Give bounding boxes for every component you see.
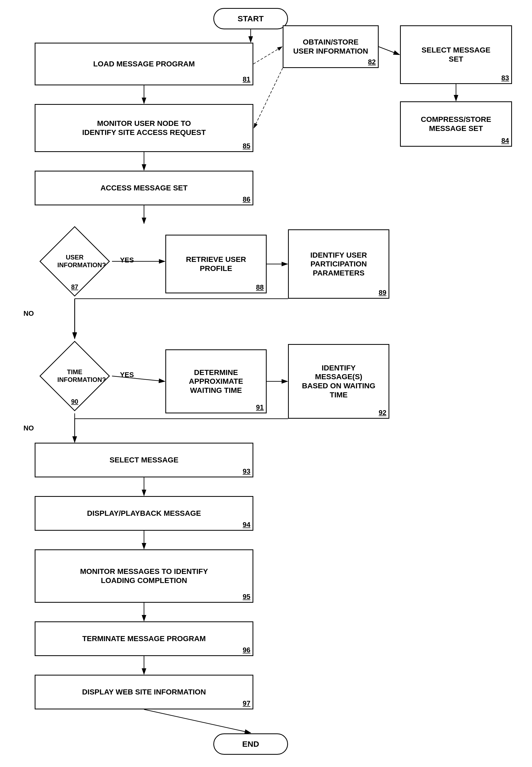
svg-line-7	[254, 68, 283, 128]
svg-line-26	[144, 709, 251, 733]
svg-line-5	[379, 47, 399, 55]
node-96: TERMINATE MESSAGE PROGRAM 96	[35, 621, 253, 656]
node-83-num: 83	[501, 74, 509, 82]
node-97: DISPLAY WEB SITE INFORMATION 97	[35, 675, 253, 709]
start-label: START	[238, 14, 264, 23]
node-96-num: 96	[243, 646, 250, 654]
node-82-label: OBTAIN/STOREUSER INFORMATION	[293, 38, 368, 55]
node-88: RETRIEVE USERPROFILE 88	[165, 235, 267, 293]
node-91-label: DETERMINEAPPROXIMATEWAITING TIME	[189, 368, 243, 395]
node-81: LOAD MESSAGE PROGRAM 81	[35, 43, 253, 85]
node-88-num: 88	[256, 283, 264, 291]
node-92-num: 92	[379, 409, 386, 417]
node-97-label: DISPLAY WEB SITE INFORMATION	[82, 688, 206, 697]
node-84-num: 84	[501, 137, 509, 145]
diamond-90-num: 90	[71, 398, 78, 405]
node-81-label: LOAD MESSAGE PROGRAM	[93, 59, 195, 69]
node-91-num: 91	[256, 403, 264, 412]
node-86: ACCESS MESSAGE SET 86	[35, 171, 253, 205]
node-96-label: TERMINATE MESSAGE PROGRAM	[82, 634, 206, 643]
node-89-num: 89	[379, 289, 386, 297]
node-84: COMPRESS/STOREMESSAGE SET 84	[400, 101, 512, 147]
node-94-num: 94	[243, 521, 250, 529]
svg-line-4	[253, 47, 282, 64]
diamond-90: TIMEINFORMATION? 90	[37, 339, 112, 413]
node-86-label: ACCESS MESSAGE SET	[101, 183, 188, 193]
diamond-87: USERINFORMATION? 87	[37, 224, 112, 299]
node-97-num: 97	[243, 699, 250, 708]
node-83-label: SELECT MESSAGESET	[422, 46, 490, 63]
no-87-label: NO	[23, 309, 34, 318]
node-89: IDENTIFY USERPARTICIPATIONPARAMETERS 89	[288, 229, 389, 299]
node-94: DISPLAY/PLAYBACK MESSAGE 94	[35, 496, 253, 531]
end-label: END	[242, 740, 259, 749]
yes-90-label: YES	[120, 371, 134, 379]
end-terminal: END	[213, 733, 288, 755]
node-88-label: RETRIEVE USERPROFILE	[186, 255, 246, 273]
node-93-label: SELECT MESSAGE	[110, 456, 178, 465]
node-85-num: 85	[243, 142, 250, 150]
node-89-label: IDENTIFY USERPARTICIPATIONPARAMETERS	[310, 251, 367, 278]
node-82-num: 82	[368, 58, 376, 66]
node-93-num: 93	[243, 467, 250, 476]
diamond-87-num: 87	[71, 283, 78, 291]
node-91: DETERMINEAPPROXIMATEWAITING TIME 91	[165, 349, 267, 413]
start-terminal: START	[213, 8, 288, 29]
diamond-90-label: TIMEINFORMATION?	[57, 368, 92, 384]
node-85: MONITOR USER NODE TOIDENTIFY SITE ACCESS…	[35, 104, 253, 152]
diamond-87-label: USERINFORMATION?	[57, 254, 92, 269]
node-81-num: 81	[243, 75, 250, 83]
node-95-num: 95	[243, 593, 250, 601]
node-85-label: MONITOR USER NODE TOIDENTIFY SITE ACCESS…	[82, 119, 206, 137]
node-84-label: COMPRESS/STOREMESSAGE SET	[421, 115, 491, 133]
node-94-label: DISPLAY/PLAYBACK MESSAGE	[87, 509, 201, 518]
yes-87-label: YES	[120, 256, 134, 264]
node-95-label: MONITOR MESSAGES TO IDENTIFYLOADING COMP…	[80, 567, 208, 585]
node-95: MONITOR MESSAGES TO IDENTIFYLOADING COMP…	[35, 549, 253, 603]
node-83: SELECT MESSAGESET 83	[400, 25, 512, 84]
no-90-label: NO	[23, 424, 34, 432]
node-92: IDENTIFYMESSAGE(S)BASED ON WAITINGTIME 9…	[288, 344, 389, 419]
node-82: OBTAIN/STOREUSER INFORMATION 82	[283, 25, 379, 68]
node-92-label: IDENTIFYMESSAGE(S)BASED ON WAITINGTIME	[302, 363, 375, 399]
node-93: SELECT MESSAGE 93	[35, 443, 253, 477]
node-86-num: 86	[243, 195, 250, 203]
